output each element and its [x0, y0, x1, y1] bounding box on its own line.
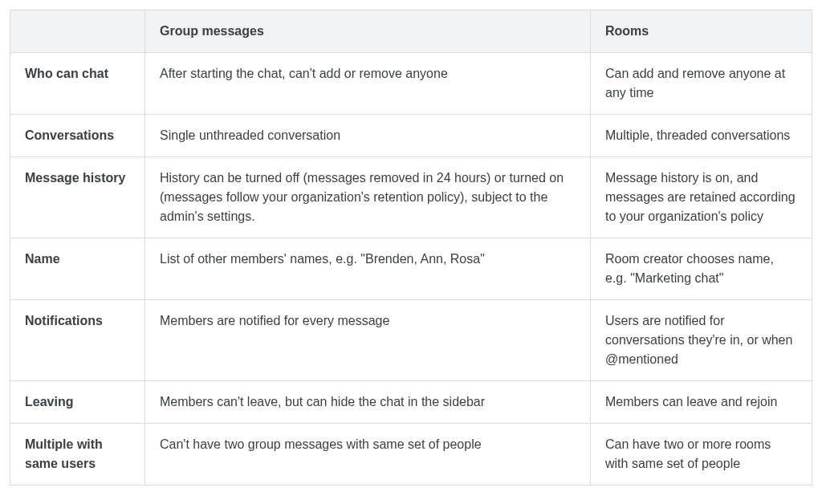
comparison-table-container: Group messages Rooms Who can chat After …	[0, 0, 822, 495]
row-label: Leaving	[10, 381, 145, 424]
cell-group-messages: List of other members' names, e.g. "Bren…	[145, 238, 591, 300]
row-label: Name	[10, 238, 145, 300]
cell-group-messages: Can't have two group messages with same …	[145, 424, 591, 486]
row-label: Conversations	[10, 115, 145, 157]
cell-group-messages: Members are notified for every message	[145, 300, 591, 381]
cell-group-messages: History can be turned off (messages remo…	[145, 157, 591, 238]
cell-rooms: Room creator chooses name, e.g. "Marketi…	[591, 238, 812, 300]
cell-group-messages: Members can't leave, but can hide the ch…	[145, 381, 591, 424]
table-header-rooms: Rooms	[591, 10, 812, 53]
table-row: Message history History can be turned of…	[10, 157, 812, 238]
row-label: Multiple with same users	[10, 424, 145, 486]
cell-rooms: Users are notified for conversations the…	[591, 300, 812, 381]
table-header-row: Group messages Rooms	[10, 10, 812, 53]
cell-group-messages: Single unthreaded conversation	[145, 115, 591, 157]
table-row: Multiple with same users Can't have two …	[10, 424, 812, 486]
row-label: Notifications	[10, 300, 145, 381]
table-row: Name List of other members' names, e.g. …	[10, 238, 812, 300]
table-row: Leaving Members can't leave, but can hid…	[10, 381, 812, 424]
cell-group-messages: After starting the chat, can't add or re…	[145, 53, 591, 115]
cell-rooms: Can have two or more rooms with same set…	[591, 424, 812, 486]
table-row: Who can chat After starting the chat, ca…	[10, 53, 812, 115]
row-label: Who can chat	[10, 53, 145, 115]
cell-rooms: Multiple, threaded conversations	[591, 115, 812, 157]
table-header-empty	[10, 10, 145, 53]
cell-rooms: Can add and remove anyone at any time	[591, 53, 812, 115]
cell-rooms: Message history is on, and messages are …	[591, 157, 812, 238]
table-header-group-messages: Group messages	[145, 10, 591, 53]
cell-rooms: Members can leave and rejoin	[591, 381, 812, 424]
table-row: Notifications Members are notified for e…	[10, 300, 812, 381]
table-row: Conversations Single unthreaded conversa…	[10, 115, 812, 157]
comparison-table: Group messages Rooms Who can chat After …	[10, 10, 812, 486]
row-label: Message history	[10, 157, 145, 238]
